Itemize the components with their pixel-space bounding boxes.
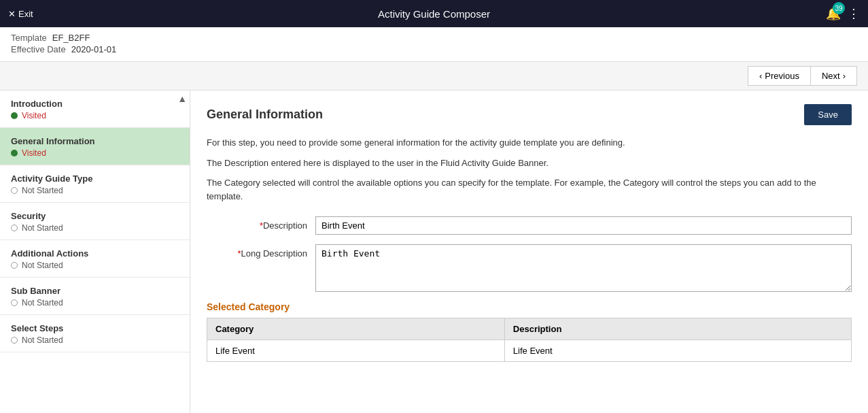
sidebar-item-security-status: Not Started [11, 223, 179, 233]
sidebar-item-sub-banner-label: Sub Banner [11, 286, 179, 296]
description-label: *Description [207, 216, 315, 231]
sidebar-item-general-information-status: Visited [11, 148, 179, 158]
status-text: Visited [22, 148, 46, 158]
exit-label: Exit [18, 9, 33, 19]
sidebar-item-sub-banner[interactable]: Sub Banner Not Started [0, 278, 190, 315]
sidebar-item-security[interactable]: Security Not Started [0, 203, 190, 240]
status-text: Not Started [22, 335, 63, 345]
description-row: *Description [207, 216, 852, 235]
description-input[interactable] [315, 216, 852, 235]
sidebar-item-introduction-status: Visited [11, 111, 179, 120]
selected-category-title: Selected Category [207, 301, 852, 312]
sidebar-item-security-label: Security [11, 211, 179, 221]
category-cell: Life Event [207, 340, 505, 362]
category-col-header: Category [207, 318, 505, 340]
category-table: Category Description Life Event Life Eve… [207, 318, 852, 362]
main-layout: ▲ Introduction Visited General Informati… [0, 90, 868, 413]
status-dot-not-started [11, 225, 18, 231]
save-button[interactable]: Save [804, 104, 852, 125]
sidebar-item-sub-banner-status: Not Started [11, 298, 179, 308]
content-header: General Information Save [207, 104, 852, 125]
chevron-right-icon: › [843, 71, 846, 81]
exit-button[interactable]: ✕ Exit [8, 9, 33, 19]
top-bar-left: ✕ Exit [8, 9, 33, 19]
chevron-left-icon: ‹ [759, 71, 762, 81]
exit-icon: ✕ [8, 9, 16, 19]
notifications-button[interactable]: 🔔 39 [826, 6, 841, 21]
template-label: Template [11, 33, 47, 43]
sidebar-item-select-steps-label: Select Steps [11, 323, 179, 333]
long-description-row: *Long Description [207, 244, 852, 292]
sidebar-item-activity-guide-type[interactable]: Activity Guide Type Not Started [0, 165, 190, 203]
long-description-label-text: Long Description [241, 248, 307, 259]
table-row: Life Event Life Event [207, 340, 852, 362]
status-text: Not Started [22, 223, 63, 233]
sidebar-item-additional-actions[interactable]: Additional Actions Not Started [0, 240, 190, 278]
status-dot-visited [11, 150, 18, 156]
status-text: Not Started [22, 298, 63, 308]
form-section: *Description *Long Description [207, 216, 852, 292]
sidebar-item-introduction[interactable]: Introduction Visited [0, 90, 190, 128]
sidebar-item-introduction-label: Introduction [11, 99, 179, 109]
nav-buttons-row: ‹ Previous Next › [0, 62, 868, 90]
previous-button[interactable]: ‹ Previous [748, 66, 810, 86]
status-dot-not-started [11, 262, 18, 269]
next-button[interactable]: Next › [810, 66, 857, 86]
description-col-header: Description [504, 318, 851, 340]
template-row: Template EF_B2FF [11, 33, 857, 43]
info-text-1: For this step, you need to provide some … [207, 136, 852, 150]
status-text: Visited [22, 111, 46, 120]
template-value: EF_B2FF [52, 33, 90, 43]
content-title: General Information [207, 108, 323, 122]
effective-date-row: Effective Date 2020-01-01 [11, 44, 857, 54]
effective-date-label: Effective Date [11, 44, 66, 54]
scroll-up-icon: ▲ [177, 93, 187, 104]
top-bar-right: 🔔 39 ⋮ [826, 6, 860, 21]
notification-badge: 39 [833, 2, 845, 14]
status-dot-not-started [11, 187, 18, 194]
sidebar-item-additional-actions-status: Not Started [11, 261, 179, 270]
description-label-text: Description [263, 220, 307, 231]
long-description-textarea[interactable] [315, 244, 852, 292]
more-options-button[interactable]: ⋮ [848, 6, 860, 21]
status-text: Not Started [22, 186, 63, 195]
sidebar: ▲ Introduction Visited General Informati… [0, 90, 190, 413]
next-label: Next [822, 71, 840, 81]
long-description-label: *Long Description [207, 244, 315, 259]
sidebar-item-select-steps-status: Not Started [11, 335, 179, 345]
sidebar-item-general-information[interactable]: General Information Visited [0, 128, 190, 165]
sub-header: Template EF_B2FF Effective Date 2020-01-… [0, 27, 868, 62]
previous-label: Previous [765, 71, 799, 81]
sidebar-item-activity-guide-type-label: Activity Guide Type [11, 174, 179, 184]
sidebar-item-additional-actions-label: Additional Actions [11, 248, 179, 259]
description-cell: Life Event [504, 340, 851, 362]
top-bar: ✕ Exit Activity Guide Composer 🔔 39 ⋮ [0, 0, 868, 27]
content-area: General Information Save For this step, … [190, 90, 868, 413]
status-dot-not-started [11, 299, 18, 306]
sidebar-item-activity-guide-type-status: Not Started [11, 186, 179, 195]
sidebar-item-general-information-label: General Information [11, 136, 179, 146]
sidebar-item-select-steps[interactable]: Select Steps Not Started [0, 315, 190, 352]
status-dot-not-started [11, 337, 18, 344]
effective-date-value: 2020-01-01 [71, 44, 117, 54]
status-text: Not Started [22, 261, 63, 270]
status-dot-visited [11, 112, 18, 119]
info-text-2: The Description entered here is displaye… [207, 156, 852, 170]
info-text-3: The Category selected will control the a… [207, 176, 852, 203]
app-title: Activity Guide Composer [378, 8, 490, 20]
